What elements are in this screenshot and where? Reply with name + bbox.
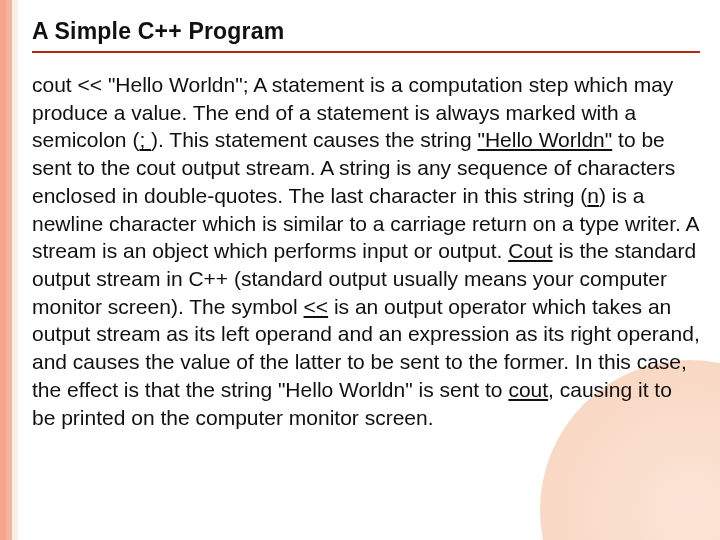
hello-string-underlined: "Hello Worldn" [477, 128, 612, 151]
code-statement: cout << "Hello Worldn"; [32, 73, 248, 96]
cout-underlined-2: cout [508, 378, 548, 401]
slide-content: A Simple C++ Program cout << "Hello Worl… [0, 0, 720, 451]
cout-underlined-1: Cout [508, 239, 552, 262]
operator-underlined: << [304, 295, 329, 318]
slide-title: A Simple C++ Program [32, 18, 700, 53]
text-2: ). This statement causes the string [151, 128, 477, 151]
slide-body: cout << "Hello Worldn"; A statement is a… [32, 71, 700, 431]
newline-underlined: n [587, 184, 599, 207]
semicolon-underlined: ; [139, 128, 151, 151]
